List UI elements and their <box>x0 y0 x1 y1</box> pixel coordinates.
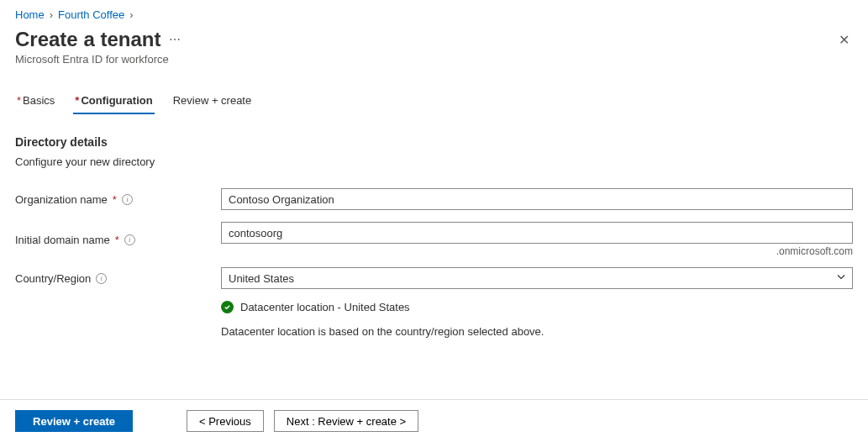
breadcrumb: Home › Fourth Coffee › <box>15 8 853 21</box>
review-create-button[interactable]: Review + create <box>15 410 133 432</box>
chevron-right-icon: › <box>50 8 53 21</box>
tab-label: Review + create <box>173 94 252 107</box>
country-region-label: Country/Region <box>15 272 91 285</box>
domain-name-label: Initial domain name <box>15 234 110 246</box>
next-button[interactable]: Next : Review + create > <box>274 410 418 432</box>
required-marker: * <box>17 94 21 107</box>
required-marker: * <box>113 193 117 206</box>
breadcrumb-parent[interactable]: Fourth Coffee <box>58 8 124 21</box>
page-title: Create a tenant <box>15 28 160 51</box>
section-desc: Configure your new directory <box>15 155 853 168</box>
tab-review-create[interactable]: Review + create <box>171 89 254 113</box>
country-region-select[interactable] <box>221 267 853 289</box>
info-icon[interactable]: i <box>122 194 133 205</box>
tab-basics[interactable]: *Basics <box>15 89 56 113</box>
breadcrumb-home[interactable]: Home <box>15 8 45 21</box>
form: Organization name * i Initial domain nam… <box>15 188 853 338</box>
tab-configuration[interactable]: *Configuration <box>73 89 154 113</box>
close-icon[interactable]: ✕ <box>835 29 853 51</box>
datacenter-note: Datacenter location is based on the coun… <box>221 325 853 338</box>
page-subtitle: Microsoft Entra ID for workforce <box>15 53 853 66</box>
org-name-label: Organization name <box>15 193 108 206</box>
footer-actions: Review + create < Previous Next : Review… <box>0 399 868 442</box>
info-icon[interactable]: i <box>124 234 135 245</box>
tabs: *Basics *Configuration Review + create <box>15 89 853 113</box>
required-marker: * <box>115 234 119 246</box>
more-actions-button[interactable]: ⋯ <box>169 33 181 46</box>
domain-name-input[interactable] <box>221 222 853 244</box>
section-title: Directory details <box>15 135 853 149</box>
info-icon[interactable]: i <box>96 273 107 284</box>
datacenter-location: Datacenter location - United States <box>240 301 410 313</box>
domain-suffix: .onmicrosoft.com <box>221 245 853 257</box>
check-circle-icon <box>221 301 234 313</box>
previous-button[interactable]: < Previous <box>187 410 264 432</box>
tab-label: Basics <box>23 94 55 107</box>
org-name-input[interactable] <box>221 188 853 210</box>
chevron-right-icon: › <box>129 8 133 21</box>
required-marker: * <box>75 94 79 107</box>
tab-label: Configuration <box>81 94 152 107</box>
